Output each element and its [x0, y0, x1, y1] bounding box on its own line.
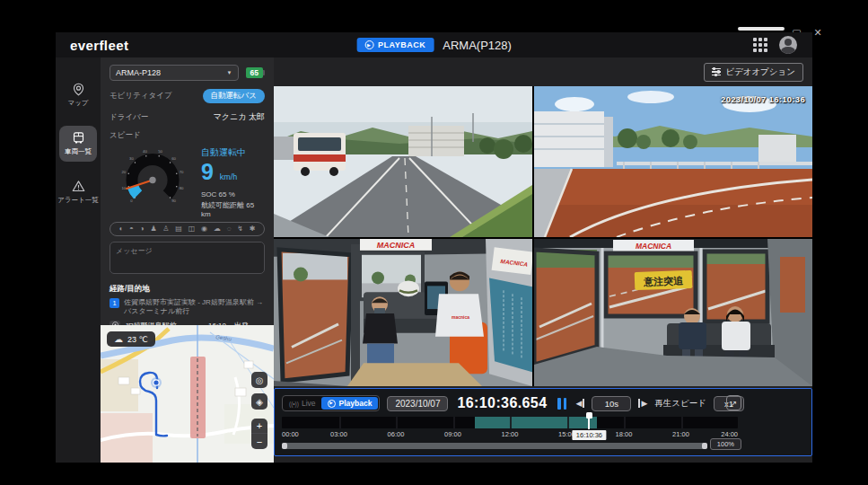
weather-chip: ☁ 23 ℃	[107, 331, 155, 347]
timeline-playhead[interactable]	[588, 412, 590, 429]
step-forward-button[interactable]: ▶	[638, 399, 647, 408]
tick-label: 00:00	[282, 430, 299, 438]
playhead-tooltip: 16:10:36	[573, 430, 606, 440]
scrollbar-left-handle[interactable]	[282, 443, 287, 449]
speed-select-label: 再生スピード	[654, 398, 706, 410]
battery-level: 65	[246, 67, 263, 78]
hazard-icon[interactable]: ↯	[237, 225, 243, 233]
route-header: 経路/目的地	[110, 284, 265, 295]
play-circle-icon: ▶	[328, 400, 336, 408]
vehicle-quick-controls: ◐ ◓ ◑ ♟ ♙ ▤ ◫ ◉ ☁ ◌ ↯ ✱	[110, 222, 265, 236]
date-picker-button[interactable]: 2023/10/07	[387, 396, 448, 411]
driver-value: マクニカ 太郎	[214, 111, 265, 123]
camera-feed-cabin-front: MACNICA	[274, 239, 532, 386]
timeline-bar[interactable]	[282, 417, 738, 428]
desktop-background: – ▢ ✕ everfleet ▶ PLAYBACK ARMA(P128)	[0, 0, 868, 485]
svg-text:0: 0	[130, 198, 133, 203]
seat-icon[interactable]: ▤	[175, 225, 182, 233]
camera-feed-cabin-rear: MACNICA	[534, 239, 812, 386]
play-circle-icon: ▶	[364, 40, 373, 49]
vehicle-panel: ARMA-P128 ▼ 65 モビリティタイプ 自動運転バス ドライバー	[101, 57, 274, 463]
route-summary-row[interactable]: 1 佐賀県嬉野市実証実験 - JR嬉野温泉駅前 → バスターミナル前行	[110, 298, 265, 317]
sidebar-item-label: 車両一覧	[65, 147, 92, 156]
sidebar-item-label: アラート一覧	[57, 196, 99, 205]
playback-label: Playback	[339, 399, 373, 408]
mobility-type-badge: 自動運転バス	[203, 89, 265, 103]
headlight-icon[interactable]: ◐	[118, 225, 123, 233]
soc-value: SOC 65 %	[201, 190, 265, 198]
svg-text:10: 10	[122, 186, 127, 190]
close-icon[interactable]: ✕	[814, 28, 822, 38]
page-title: ARMA(P128)	[443, 39, 512, 52]
video-options-button[interactable]: ビデオオプション	[704, 63, 803, 82]
speed-gauge: 0 10 20 30 40 50 60 70 80 90	[110, 143, 265, 218]
pause-button[interactable]	[556, 398, 568, 410]
door-icon[interactable]: ◫	[189, 225, 196, 233]
mini-map[interactable]: Geshu ☁ 23 ℃ ◎ ◈ + −	[101, 325, 274, 463]
record-icon[interactable]: ◉	[201, 225, 207, 233]
svg-text:40: 40	[143, 149, 147, 154]
timeline-scrollbar[interactable]	[282, 443, 707, 449]
vehicle-select[interactable]: ARMA-P128 ▼	[110, 65, 239, 81]
tick-label: 03:00	[330, 430, 347, 438]
top-bar: everfleet ▶ PLAYBACK ARMA(P128)	[56, 32, 812, 57]
vehicle-select-value: ARMA-P128	[116, 68, 161, 77]
map-layers-button[interactable]: ◈	[251, 393, 267, 410]
driver-icon[interactable]: ♟	[150, 225, 156, 233]
settings-icon[interactable]: ✱	[250, 225, 256, 233]
weather-icon[interactable]: ☁	[214, 225, 221, 233]
message-input[interactable]	[110, 242, 265, 274]
sidebar-item-vehicle-list[interactable]: 車両一覧	[59, 126, 97, 162]
speed-value: 9 km/h	[201, 160, 265, 189]
camera-feed-right-side: 2023/10/07 16:10:36	[534, 86, 812, 237]
shirt-logo-text: macnica	[452, 315, 469, 320]
playback-mode-badge[interactable]: ▶ PLAYBACK	[356, 38, 434, 52]
live-toggle-button[interactable]: ((•)) Live	[284, 397, 321, 410]
map-zoom-out-button[interactable]: −	[251, 434, 267, 449]
sidebar-item-alert-list[interactable]: アラート一覧	[59, 174, 97, 210]
map-zoom-in-button[interactable]: +	[251, 419, 267, 434]
tick-label: 12:00	[502, 430, 519, 438]
driver-label: ドライバー	[110, 112, 148, 123]
horn-icon[interactable]: ◌	[227, 225, 232, 233]
chevron-down-icon: ▼	[227, 70, 232, 75]
speed-gauge-dial: 0 10 20 30 40 50 60 70 80 90	[110, 143, 196, 207]
topbar-center: ▶ PLAYBACK ARMA(P128)	[356, 38, 512, 52]
map-zoom-controls: + −	[251, 419, 267, 449]
battery-tip	[263, 70, 265, 75]
playback-toggle-button[interactable]: ▶ Playback	[321, 397, 379, 410]
map-locate-button[interactable]: ◎	[251, 372, 267, 388]
scrollbar-right-handle[interactable]	[702, 443, 707, 449]
playback-badge-label: PLAYBACK	[378, 40, 425, 49]
passenger-icon[interactable]: ♙	[162, 225, 169, 233]
playback-panel: ((•)) Live ▶ Playback 2023/10/07 16:10:3…	[274, 388, 812, 456]
export-icon: ↗	[731, 399, 738, 408]
beacon-icon[interactable]: ◓	[129, 225, 134, 233]
skip-interval-select[interactable]: 10s	[592, 396, 631, 411]
live-icon: ((•))	[289, 401, 299, 407]
macnica-banner-text: MACNICA	[377, 241, 415, 250]
camera-grid: 2023/10/07 16:10:36 MACNICA	[274, 86, 812, 386]
topbar-right	[753, 36, 797, 54]
app-logo: everfleet	[70, 38, 128, 53]
tick-label: 24:00	[721, 430, 738, 438]
plus-icon: +	[257, 420, 262, 431]
svg-text:90: 90	[171, 198, 176, 203]
layers-icon: ◈	[256, 397, 263, 407]
taillight-icon[interactable]: ◑	[140, 225, 145, 233]
map-pin-icon	[72, 83, 85, 96]
step-back-button[interactable]: ◀	[575, 399, 584, 408]
user-avatar[interactable]	[779, 36, 797, 54]
sidebar-item-map[interactable]: マップ	[59, 77, 97, 113]
bus-icon	[72, 131, 85, 145]
macnica-rear-banner-text: MACNICA	[636, 242, 671, 251]
apps-grid-icon[interactable]	[753, 38, 767, 52]
tick-label: 21:00	[672, 430, 689, 438]
nav-rail: マップ 車両一覧	[56, 57, 101, 463]
passenger-white-shirt	[722, 322, 750, 350]
main-area: ビデオオプション	[274, 57, 812, 463]
export-button[interactable]: ↗	[726, 395, 741, 410]
passenger-navy-shirt	[679, 322, 706, 349]
timeline-recorded-region	[475, 417, 598, 428]
sliders-icon	[712, 66, 721, 78]
